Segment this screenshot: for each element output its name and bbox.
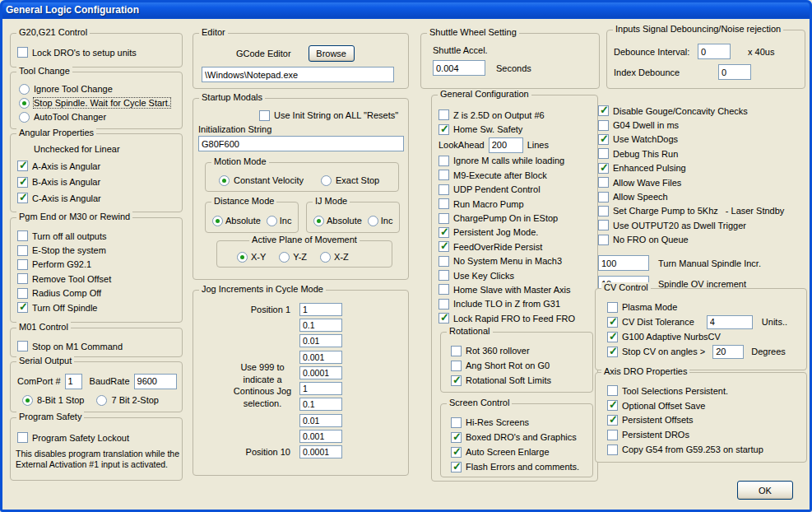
estop-system-checkbox[interactable] bbox=[17, 245, 28, 256]
screen-option-row[interactable]: Auto Screen Enlarge bbox=[451, 445, 592, 459]
jog-increment-input-1[interactable] bbox=[299, 303, 342, 316]
allow-wave-files-checkbox[interactable] bbox=[598, 177, 609, 188]
program-safety-lockout-row[interactable]: Program Safety Lockout bbox=[17, 431, 182, 445]
jog-increment-input-6[interactable] bbox=[299, 382, 342, 395]
home-slave-checkbox[interactable] bbox=[438, 284, 449, 295]
turn-off-outputs-checkbox[interactable] bbox=[17, 230, 28, 241]
general-option-row[interactable]: M9-Execute after Block bbox=[438, 168, 594, 182]
use-init-string-checkbox[interactable] bbox=[259, 110, 270, 121]
jog-increment-input-5[interactable] bbox=[299, 366, 342, 379]
manual-spindle-incr-input[interactable] bbox=[598, 255, 649, 271]
tool-change-option-row[interactable]: Stop Spindle. Wait for Cycle Start. bbox=[19, 96, 182, 109]
general-option-row[interactable]: ChargePump On in EStop bbox=[438, 211, 594, 225]
index-debounce-input[interactable] bbox=[718, 64, 751, 80]
debounce-interval-input[interactable] bbox=[698, 44, 731, 59]
boxed-dros-checkbox[interactable] bbox=[451, 432, 462, 443]
general-option-row[interactable]: Persistent Jog Mode. bbox=[438, 226, 594, 240]
feedoverride-persist-checkbox[interactable] bbox=[438, 241, 449, 252]
hi-res-screens-checkbox[interactable] bbox=[451, 417, 462, 428]
no-system-menu-checkbox[interactable] bbox=[438, 256, 449, 267]
right-option-row[interactable]: Allow Wave Files bbox=[598, 175, 809, 189]
plane-yz-radio[interactable] bbox=[279, 252, 290, 263]
rotational-option-row[interactable]: Rot 360 rollover bbox=[451, 343, 592, 358]
cv-dist-tolerance-checkbox[interactable] bbox=[607, 317, 618, 328]
angular-option-row[interactable]: B-Axis is Angular bbox=[17, 175, 182, 191]
lock-dro-checkbox[interactable] bbox=[17, 47, 28, 58]
m01-stop-row[interactable]: Stop on M1 Command bbox=[17, 339, 182, 353]
pgm-option-row[interactable]: Turn Off Spindle bbox=[17, 300, 182, 314]
right-option-row[interactable]: G04 Dwell in ms bbox=[598, 118, 809, 132]
autotool-changer-radio[interactable] bbox=[19, 112, 30, 123]
tool-selections-persistent-checkbox[interactable] bbox=[607, 385, 618, 396]
ignore-tool-change-radio[interactable] bbox=[19, 84, 30, 95]
plane-xz-radio[interactable] bbox=[320, 252, 331, 263]
ignore-m-calls-checkbox[interactable] bbox=[438, 156, 449, 166]
lock-rapid-fro-checkbox[interactable] bbox=[438, 313, 449, 323]
rotational-option-row[interactable]: Rotational Soft Limits bbox=[451, 373, 592, 388]
plane-xy-radio[interactable] bbox=[237, 252, 248, 263]
lookahead-input[interactable] bbox=[489, 137, 523, 153]
distance-inc-radio[interactable] bbox=[267, 216, 277, 226]
jog-increment-input-2[interactable] bbox=[299, 319, 342, 332]
disable-gouge-checkbox[interactable] bbox=[598, 105, 609, 116]
plasma-mode-checkbox[interactable] bbox=[607, 302, 618, 313]
right-option-row[interactable]: Use WatchDogs bbox=[598, 133, 809, 147]
general-option-row[interactable]: Home Sw. Safety bbox=[438, 122, 594, 136]
no-fro-on-queue-checkbox[interactable] bbox=[598, 235, 609, 245]
right-option-row[interactable]: Use OUTPUT20 as Dwell Trigger bbox=[598, 218, 809, 232]
plasma-mode-row[interactable]: Plasma Mode bbox=[607, 300, 806, 314]
general-option-row[interactable]: Lock Rapid FRO to Feed FRO bbox=[438, 311, 594, 325]
radius-comp-off-checkbox[interactable] bbox=[17, 288, 28, 299]
baudrate-input[interactable] bbox=[134, 374, 177, 389]
chargepump-estop-checkbox[interactable] bbox=[438, 213, 449, 224]
turn-off-spindle-checkbox[interactable] bbox=[17, 302, 28, 313]
pgm-option-row[interactable]: E-Stop the system bbox=[17, 243, 182, 257]
jog-increment-input-10[interactable] bbox=[299, 445, 342, 458]
cv-dist-tolerance-row[interactable]: CV Dist Tolerance Units.. bbox=[607, 314, 806, 329]
comport-input[interactable] bbox=[65, 374, 82, 389]
8bit-1stop-radio[interactable] bbox=[22, 395, 33, 406]
jog-increment-input-3[interactable] bbox=[299, 334, 342, 347]
jog-increment-input-4[interactable] bbox=[299, 351, 342, 364]
ok-button[interactable]: OK bbox=[737, 481, 793, 500]
persistent-jog-checkbox[interactable] bbox=[438, 227, 449, 238]
stop-cv-angles-row[interactable]: Stop CV on angles > Degrees bbox=[607, 344, 806, 359]
z-25d-checkbox[interactable] bbox=[438, 109, 449, 120]
right-option-row[interactable]: No FRO on Queue bbox=[598, 233, 809, 247]
stop-cv-angles-checkbox[interactable] bbox=[607, 347, 618, 357]
axis-dro-option-row[interactable]: Optional Offset Save bbox=[607, 398, 806, 413]
tool-change-option-row[interactable]: AutoTool Changer bbox=[19, 110, 182, 123]
use-key-clicks-checkbox[interactable] bbox=[438, 270, 449, 281]
editor-path-input[interactable] bbox=[202, 67, 394, 82]
ij-inc-radio[interactable] bbox=[368, 216, 378, 226]
charge-pump-5khz-checkbox[interactable] bbox=[598, 206, 609, 216]
general-option-row[interactable]: Include TLO in Z from G31 bbox=[438, 297, 594, 311]
include-tlo-checkbox[interactable] bbox=[438, 299, 449, 310]
a-axis-angular-checkbox[interactable] bbox=[17, 161, 28, 171]
g100-nurbs-row[interactable]: G100 Adaptive NurbsCV bbox=[607, 329, 806, 344]
copy-g54-checkbox[interactable] bbox=[607, 445, 618, 455]
screen-option-row[interactable]: Flash Errors and comments. bbox=[451, 459, 592, 474]
pgm-option-row[interactable]: Perform G92.1 bbox=[17, 258, 182, 272]
jog-increment-input-9[interactable] bbox=[299, 430, 342, 443]
cv-dist-tolerance-input[interactable] bbox=[707, 315, 753, 329]
exact-stop-radio[interactable] bbox=[321, 175, 332, 186]
program-safety-lockout-checkbox[interactable] bbox=[17, 432, 28, 443]
jog-increment-input-8[interactable] bbox=[299, 414, 342, 427]
browse-button[interactable]: Browse bbox=[309, 45, 355, 62]
general-option-row[interactable]: FeedOverRide Persist bbox=[438, 240, 594, 254]
right-option-row[interactable]: Enhanced Pulsing bbox=[598, 161, 809, 175]
init-string-input[interactable] bbox=[198, 136, 404, 151]
general-option-row[interactable]: Run Macro Pump bbox=[438, 197, 594, 211]
title-bar[interactable]: General Logic Configuration bbox=[0, 0, 812, 19]
g100-adaptive-nurbs-checkbox[interactable] bbox=[607, 332, 618, 342]
rot360-rollover-checkbox[interactable] bbox=[451, 346, 462, 356]
axis-dro-option-row[interactable]: Tool Selections Persistent. bbox=[607, 384, 806, 398]
auto-screen-enlarge-checkbox[interactable] bbox=[451, 447, 462, 458]
axis-dro-option-row[interactable]: Copy G54 from G59.253 on startup bbox=[607, 442, 806, 457]
right-option-row[interactable]: Set Charge Pump to 5Khz - Laser Stndby bbox=[598, 204, 809, 218]
general-option-row[interactable]: No System Menu in Mach3 bbox=[438, 254, 594, 268]
use-watchdogs-checkbox[interactable] bbox=[598, 134, 609, 145]
jog-increment-input-7[interactable] bbox=[299, 398, 342, 411]
b-axis-angular-checkbox[interactable] bbox=[17, 177, 28, 188]
